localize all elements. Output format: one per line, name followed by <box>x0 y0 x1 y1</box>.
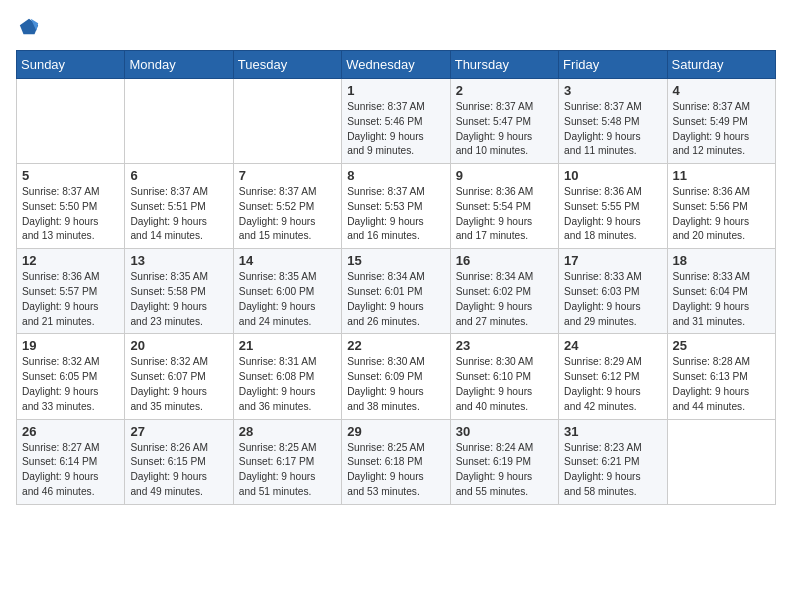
day-info: Sunrise: 8:36 AM Sunset: 5:56 PM Dayligh… <box>673 185 770 244</box>
calendar-cell: 28Sunrise: 8:25 AM Sunset: 6:17 PM Dayli… <box>233 419 341 504</box>
day-info: Sunrise: 8:37 AM Sunset: 5:51 PM Dayligh… <box>130 185 227 244</box>
day-number: 5 <box>22 168 119 183</box>
calendar-cell: 15Sunrise: 8:34 AM Sunset: 6:01 PM Dayli… <box>342 249 450 334</box>
header-thursday: Thursday <box>450 51 558 79</box>
day-info: Sunrise: 8:25 AM Sunset: 6:18 PM Dayligh… <box>347 441 444 500</box>
day-info: Sunrise: 8:33 AM Sunset: 6:04 PM Dayligh… <box>673 270 770 329</box>
header-wednesday: Wednesday <box>342 51 450 79</box>
week-row-2: 12Sunrise: 8:36 AM Sunset: 5:57 PM Dayli… <box>17 249 776 334</box>
week-row-4: 26Sunrise: 8:27 AM Sunset: 6:14 PM Dayli… <box>17 419 776 504</box>
day-number: 6 <box>130 168 227 183</box>
day-info: Sunrise: 8:26 AM Sunset: 6:15 PM Dayligh… <box>130 441 227 500</box>
day-number: 8 <box>347 168 444 183</box>
day-info: Sunrise: 8:34 AM Sunset: 6:01 PM Dayligh… <box>347 270 444 329</box>
day-number: 4 <box>673 83 770 98</box>
day-info: Sunrise: 8:37 AM Sunset: 5:46 PM Dayligh… <box>347 100 444 159</box>
header-friday: Friday <box>559 51 667 79</box>
calendar-cell: 4Sunrise: 8:37 AM Sunset: 5:49 PM Daylig… <box>667 79 775 164</box>
calendar-cell: 21Sunrise: 8:31 AM Sunset: 6:08 PM Dayli… <box>233 334 341 419</box>
day-info: Sunrise: 8:37 AM Sunset: 5:47 PM Dayligh… <box>456 100 553 159</box>
day-info: Sunrise: 8:29 AM Sunset: 6:12 PM Dayligh… <box>564 355 661 414</box>
calendar-cell: 9Sunrise: 8:36 AM Sunset: 5:54 PM Daylig… <box>450 164 558 249</box>
day-number: 9 <box>456 168 553 183</box>
day-number: 26 <box>22 424 119 439</box>
day-info: Sunrise: 8:35 AM Sunset: 6:00 PM Dayligh… <box>239 270 336 329</box>
calendar-cell: 20Sunrise: 8:32 AM Sunset: 6:07 PM Dayli… <box>125 334 233 419</box>
calendar-cell: 27Sunrise: 8:26 AM Sunset: 6:15 PM Dayli… <box>125 419 233 504</box>
day-number: 31 <box>564 424 661 439</box>
day-number: 24 <box>564 338 661 353</box>
calendar-cell: 22Sunrise: 8:30 AM Sunset: 6:09 PM Dayli… <box>342 334 450 419</box>
day-info: Sunrise: 8:37 AM Sunset: 5:48 PM Dayligh… <box>564 100 661 159</box>
week-row-3: 19Sunrise: 8:32 AM Sunset: 6:05 PM Dayli… <box>17 334 776 419</box>
calendar-cell: 14Sunrise: 8:35 AM Sunset: 6:00 PM Dayli… <box>233 249 341 334</box>
calendar-cell: 26Sunrise: 8:27 AM Sunset: 6:14 PM Dayli… <box>17 419 125 504</box>
day-number: 1 <box>347 83 444 98</box>
calendar-cell <box>667 419 775 504</box>
day-number: 27 <box>130 424 227 439</box>
calendar-cell: 2Sunrise: 8:37 AM Sunset: 5:47 PM Daylig… <box>450 79 558 164</box>
calendar-cell: 6Sunrise: 8:37 AM Sunset: 5:51 PM Daylig… <box>125 164 233 249</box>
calendar-cell: 18Sunrise: 8:33 AM Sunset: 6:04 PM Dayli… <box>667 249 775 334</box>
day-info: Sunrise: 8:30 AM Sunset: 6:10 PM Dayligh… <box>456 355 553 414</box>
day-number: 12 <box>22 253 119 268</box>
day-number: 7 <box>239 168 336 183</box>
day-info: Sunrise: 8:36 AM Sunset: 5:55 PM Dayligh… <box>564 185 661 244</box>
calendar-cell: 13Sunrise: 8:35 AM Sunset: 5:58 PM Dayli… <box>125 249 233 334</box>
calendar-cell: 19Sunrise: 8:32 AM Sunset: 6:05 PM Dayli… <box>17 334 125 419</box>
day-number: 11 <box>673 168 770 183</box>
day-number: 23 <box>456 338 553 353</box>
week-row-1: 5Sunrise: 8:37 AM Sunset: 5:50 PM Daylig… <box>17 164 776 249</box>
calendar-cell: 25Sunrise: 8:28 AM Sunset: 6:13 PM Dayli… <box>667 334 775 419</box>
day-info: Sunrise: 8:32 AM Sunset: 6:07 PM Dayligh… <box>130 355 227 414</box>
day-info: Sunrise: 8:28 AM Sunset: 6:13 PM Dayligh… <box>673 355 770 414</box>
day-info: Sunrise: 8:36 AM Sunset: 5:57 PM Dayligh… <box>22 270 119 329</box>
day-number: 10 <box>564 168 661 183</box>
day-info: Sunrise: 8:30 AM Sunset: 6:09 PM Dayligh… <box>347 355 444 414</box>
week-row-0: 1Sunrise: 8:37 AM Sunset: 5:46 PM Daylig… <box>17 79 776 164</box>
day-number: 28 <box>239 424 336 439</box>
header-tuesday: Tuesday <box>233 51 341 79</box>
header-saturday: Saturday <box>667 51 775 79</box>
calendar-cell: 5Sunrise: 8:37 AM Sunset: 5:50 PM Daylig… <box>17 164 125 249</box>
day-number: 17 <box>564 253 661 268</box>
logo-icon <box>18 16 40 38</box>
day-info: Sunrise: 8:23 AM Sunset: 6:21 PM Dayligh… <box>564 441 661 500</box>
day-number: 14 <box>239 253 336 268</box>
calendar-cell: 29Sunrise: 8:25 AM Sunset: 6:18 PM Dayli… <box>342 419 450 504</box>
calendar-cell: 17Sunrise: 8:33 AM Sunset: 6:03 PM Dayli… <box>559 249 667 334</box>
day-info: Sunrise: 8:37 AM Sunset: 5:52 PM Dayligh… <box>239 185 336 244</box>
day-number: 13 <box>130 253 227 268</box>
calendar-cell: 8Sunrise: 8:37 AM Sunset: 5:53 PM Daylig… <box>342 164 450 249</box>
day-number: 20 <box>130 338 227 353</box>
calendar-cell <box>17 79 125 164</box>
calendar-cell: 31Sunrise: 8:23 AM Sunset: 6:21 PM Dayli… <box>559 419 667 504</box>
day-info: Sunrise: 8:32 AM Sunset: 6:05 PM Dayligh… <box>22 355 119 414</box>
day-number: 19 <box>22 338 119 353</box>
day-number: 15 <box>347 253 444 268</box>
day-info: Sunrise: 8:37 AM Sunset: 5:49 PM Dayligh… <box>673 100 770 159</box>
logo <box>16 16 40 38</box>
day-info: Sunrise: 8:37 AM Sunset: 5:50 PM Dayligh… <box>22 185 119 244</box>
calendar-cell: 1Sunrise: 8:37 AM Sunset: 5:46 PM Daylig… <box>342 79 450 164</box>
calendar-cell: 16Sunrise: 8:34 AM Sunset: 6:02 PM Dayli… <box>450 249 558 334</box>
day-info: Sunrise: 8:24 AM Sunset: 6:19 PM Dayligh… <box>456 441 553 500</box>
calendar-cell <box>125 79 233 164</box>
calendar-cell: 12Sunrise: 8:36 AM Sunset: 5:57 PM Dayli… <box>17 249 125 334</box>
page-header <box>16 16 776 38</box>
day-number: 30 <box>456 424 553 439</box>
day-number: 21 <box>239 338 336 353</box>
calendar-cell: 7Sunrise: 8:37 AM Sunset: 5:52 PM Daylig… <box>233 164 341 249</box>
day-number: 2 <box>456 83 553 98</box>
day-info: Sunrise: 8:31 AM Sunset: 6:08 PM Dayligh… <box>239 355 336 414</box>
day-number: 18 <box>673 253 770 268</box>
day-info: Sunrise: 8:35 AM Sunset: 5:58 PM Dayligh… <box>130 270 227 329</box>
calendar-cell: 11Sunrise: 8:36 AM Sunset: 5:56 PM Dayli… <box>667 164 775 249</box>
day-info: Sunrise: 8:25 AM Sunset: 6:17 PM Dayligh… <box>239 441 336 500</box>
day-number: 22 <box>347 338 444 353</box>
day-number: 29 <box>347 424 444 439</box>
day-number: 3 <box>564 83 661 98</box>
calendar-cell: 30Sunrise: 8:24 AM Sunset: 6:19 PM Dayli… <box>450 419 558 504</box>
calendar-table: SundayMondayTuesdayWednesdayThursdayFrid… <box>16 50 776 505</box>
day-info: Sunrise: 8:33 AM Sunset: 6:03 PM Dayligh… <box>564 270 661 329</box>
